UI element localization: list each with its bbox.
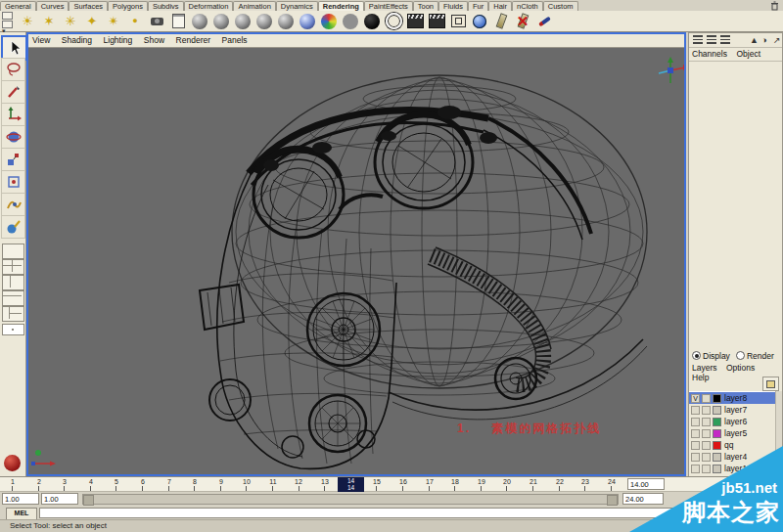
shading-map-ring-icon[interactable]: [384, 12, 403, 30]
ramp-shader-icon[interactable]: [298, 12, 317, 30]
shelf-tab-ncloth[interactable]: nCloth: [512, 1, 543, 11]
shelf-selector[interactable]: ▾: [2, 12, 14, 30]
single-pane-layout-button[interactable]: [2, 244, 24, 259]
shelf-tab-hair[interactable]: Hair: [488, 1, 512, 11]
display-radio[interactable]: Display: [692, 351, 730, 361]
shelf-tab-dynamics[interactable]: Dynamics: [276, 1, 318, 11]
current-frame-marker[interactable]: 14 14: [338, 477, 364, 492]
render-globals-page-icon[interactable]: [168, 12, 188, 30]
shelf-tab-curves[interactable]: Curves: [36, 1, 69, 11]
shelf-tab-surfaces[interactable]: Surfaces: [69, 1, 108, 11]
universal-manipulator-tool-button[interactable]: [1, 170, 25, 194]
shelf-tab-deformation[interactable]: Deformation: [184, 1, 234, 11]
layer-type-cell[interactable]: [702, 429, 711, 438]
surface-shader-icon[interactable]: [319, 12, 339, 30]
layer-type-cell[interactable]: [702, 406, 711, 415]
playback-end-field[interactable]: 24.00: [622, 493, 664, 505]
options-menu[interactable]: Options: [726, 363, 755, 373]
layer-visibility-toggle[interactable]: [691, 465, 700, 473]
layer-row[interactable]: layer7: [689, 404, 782, 416]
layer-color-swatch[interactable]: [713, 418, 721, 426]
paint-effects-tube-icon[interactable]: [491, 12, 511, 30]
render-radio[interactable]: Render: [736, 351, 774, 361]
point-light-icon[interactable]: ✳: [61, 12, 80, 30]
layer-row[interactable]: V layer8: [689, 392, 782, 404]
four-pane-layout-button[interactable]: [2, 259, 24, 275]
tab-channels[interactable]: Channels: [692, 48, 727, 60]
layer-color-swatch[interactable]: [713, 465, 721, 473]
volume-light-icon[interactable]: ●: [125, 12, 145, 30]
range-end-handle[interactable]: [607, 495, 618, 506]
playback-start-field[interactable]: 1.00: [41, 493, 78, 505]
perspective-viewport-panel[interactable]: View Shading Lighting Show Renderer Pane…: [26, 32, 686, 476]
phong-material-icon[interactable]: [254, 12, 274, 30]
layer-type-cell[interactable]: [702, 441, 711, 450]
ipr-render-icon[interactable]: [427, 12, 446, 30]
paint-select-tool-button[interactable]: [1, 80, 25, 104]
layer-row[interactable]: qq: [689, 439, 782, 451]
current-time-field[interactable]: 14.00: [627, 478, 665, 490]
layout-spacer-button[interactable]: [2, 324, 24, 335]
show-channel-box-icon[interactable]: [693, 35, 703, 44]
range-slider[interactable]: [82, 494, 619, 505]
split-left-layout-button[interactable]: [2, 275, 24, 290]
viewport-canvas[interactable]: 1. 素模的网格拓扑线: [28, 48, 684, 474]
shelf-tab-animation[interactable]: Animation: [233, 1, 275, 11]
viewport-menu-view[interactable]: View: [32, 34, 50, 46]
move-tool-button[interactable]: [1, 103, 25, 126]
delete-unused-icon[interactable]: ✕: [513, 12, 532, 30]
layer-visibility-toggle[interactable]: [691, 453, 700, 462]
layer-visibility-toggle[interactable]: [691, 418, 700, 426]
layer-row[interactable]: layer5: [689, 427, 782, 439]
shelf-tab-toon[interactable]: Toon: [413, 1, 438, 11]
layer-type-cell[interactable]: [702, 418, 711, 426]
shelf-tab-fluids[interactable]: Fluids: [438, 1, 468, 11]
trash-icon[interactable]: [770, 1, 779, 11]
mel-input[interactable]: [39, 508, 681, 518]
arrow-icon[interactable]: ↗: [773, 35, 783, 44]
manipulator-icon[interactable]: ▲: [750, 35, 760, 44]
layer-color-swatch[interactable]: [713, 394, 721, 403]
shelf-tab-general[interactable]: General: [0, 1, 36, 11]
hypershade-globe-icon[interactable]: [470, 12, 489, 30]
tab-object[interactable]: Object: [736, 48, 760, 60]
shelf-tab-painteffects[interactable]: PaintEffects: [364, 1, 413, 11]
split-top-layout-button[interactable]: [2, 290, 24, 306]
paint-effects-brush-icon[interactable]: [534, 12, 554, 30]
create-layer-icon[interactable]: [762, 377, 779, 391]
layer-visibility-toggle[interactable]: [691, 429, 700, 438]
layers-menu[interactable]: Layers: [692, 363, 717, 373]
shelf-tab-subdivs[interactable]: Subdivs: [148, 1, 184, 11]
outliner-pane-layout-button[interactable]: [2, 306, 24, 322]
show-channel-layer-icon[interactable]: [720, 35, 730, 44]
red-badge-icon[interactable]: [4, 455, 21, 471]
area-light-icon[interactable]: ✴: [104, 12, 123, 30]
viewport-menu-panels[interactable]: Panels: [222, 34, 248, 46]
spot-light-icon[interactable]: ✦: [82, 12, 102, 30]
shelf-tab-custom[interactable]: Custom: [543, 1, 578, 11]
phong-e-material-icon[interactable]: [276, 12, 296, 30]
layer-type-cell[interactable]: [702, 465, 711, 473]
layer-visibility-toggle[interactable]: [691, 441, 700, 450]
anisotropic-material-icon[interactable]: [190, 12, 209, 30]
shelf-tab-fur[interactable]: Fur: [468, 1, 488, 11]
lasso-select-tool-button[interactable]: [1, 58, 25, 81]
layer-color-swatch[interactable]: [713, 406, 721, 415]
layer-type-cell[interactable]: [702, 394, 711, 403]
use-background-icon[interactable]: [341, 12, 360, 30]
show-manipulator-tool-button[interactable]: [1, 215, 25, 239]
show-layer-editor-icon[interactable]: [707, 35, 716, 44]
soft-modification-tool-button[interactable]: [1, 193, 25, 216]
blinn-material-icon[interactable]: [211, 12, 231, 30]
viewport-menu-lighting[interactable]: Lighting: [104, 34, 133, 46]
animation-start-field[interactable]: 1.00: [2, 493, 39, 505]
layer-color-swatch[interactable]: [713, 429, 721, 438]
render-settings-icon[interactable]: [448, 12, 468, 30]
black-material-icon[interactable]: [362, 12, 382, 30]
layer-type-cell[interactable]: [702, 453, 711, 462]
speed-control-icon[interactable]: ◑: [761, 35, 771, 44]
layer-color-swatch[interactable]: [713, 453, 721, 462]
scale-tool-button[interactable]: [1, 148, 25, 171]
time-slider[interactable]: 1 2 3 4 5 6 7 8 9 10 11 12 13 14 15 16 1…: [0, 476, 783, 492]
viewport-menu-renderer[interactable]: Renderer: [176, 34, 210, 46]
